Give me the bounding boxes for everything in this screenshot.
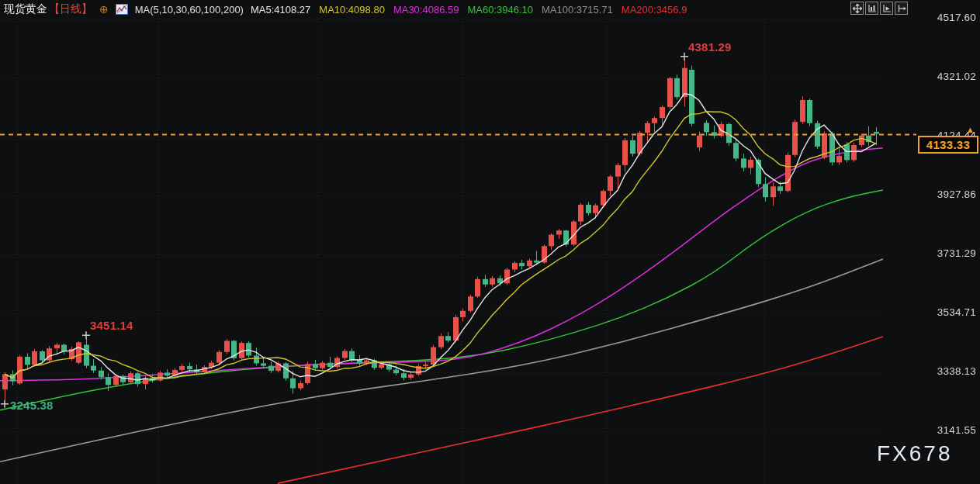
ma-group-label: MA(5,10,30,60,100,200) bbox=[135, 4, 244, 16]
jump-to-latest-icon bbox=[897, 4, 906, 13]
ma-legend-value: MA5:4108.27 bbox=[251, 4, 310, 16]
price-axis-label: 3141.55 bbox=[937, 424, 976, 436]
watermark-logo: FX678 bbox=[877, 441, 953, 466]
price-up-arrow-icon: ▲ bbox=[966, 126, 975, 134]
kline-chart-icon[interactable] bbox=[116, 4, 128, 15]
ma-legend-value: MA100:3715.71 bbox=[542, 4, 613, 16]
price-annotation: 4381.29 bbox=[688, 40, 732, 54]
axis-forward-button[interactable] bbox=[880, 2, 893, 15]
price-axis-label: 4517.60 bbox=[937, 12, 976, 23]
ma-legend-value: MA30:4086.59 bbox=[393, 4, 459, 16]
ma-legend-value: MA60:3946.10 bbox=[467, 4, 533, 16]
ma-legend: MA5:4108.27MA10:4098.80MA30:4086.59MA60:… bbox=[251, 4, 687, 16]
candlestick-chart-canvas[interactable] bbox=[0, 0, 980, 484]
chart-header: 现货黄金 【日线】 ⊕ MA(5,10,30,60,100,200) MA5:4… bbox=[4, 2, 687, 17]
axis-forward-icon bbox=[882, 4, 892, 13]
price-axis-label: 3927.86 bbox=[937, 188, 976, 200]
price-axis-label: 3338.13 bbox=[937, 365, 976, 377]
period-tag[interactable]: 【日线】 bbox=[49, 2, 92, 16]
last-price-value: 4133.33 bbox=[926, 138, 970, 151]
price-annotation: 3451.14 bbox=[90, 319, 133, 332]
crosshair-target-icon[interactable]: ⊕ bbox=[99, 4, 109, 15]
symbol-title: 现货黄金 bbox=[4, 2, 47, 16]
axis-scale-icon bbox=[867, 4, 877, 13]
last-price-tag: 4133.33 bbox=[918, 136, 978, 154]
price-axis-label: 3731.29 bbox=[937, 247, 976, 259]
chart-toolbar bbox=[850, 2, 908, 15]
price-axis-label: 4321.02 bbox=[937, 71, 976, 82]
axis-scale-button[interactable] bbox=[865, 2, 878, 15]
price-annotation: 3245.38 bbox=[10, 399, 54, 412]
price-axis-label: 3534.71 bbox=[937, 306, 976, 318]
pan-move-icon bbox=[853, 4, 862, 13]
jump-to-latest-button[interactable] bbox=[895, 2, 908, 15]
ma-legend-value: MA10:4098.80 bbox=[319, 4, 385, 16]
ma-legend-value: MA200:3456.9 bbox=[622, 4, 687, 16]
pan-move-button[interactable] bbox=[850, 2, 864, 15]
trading-chart-window: 现货黄金 【日线】 ⊕ MA(5,10,30,60,100,200) MA5:4… bbox=[0, 0, 980, 484]
